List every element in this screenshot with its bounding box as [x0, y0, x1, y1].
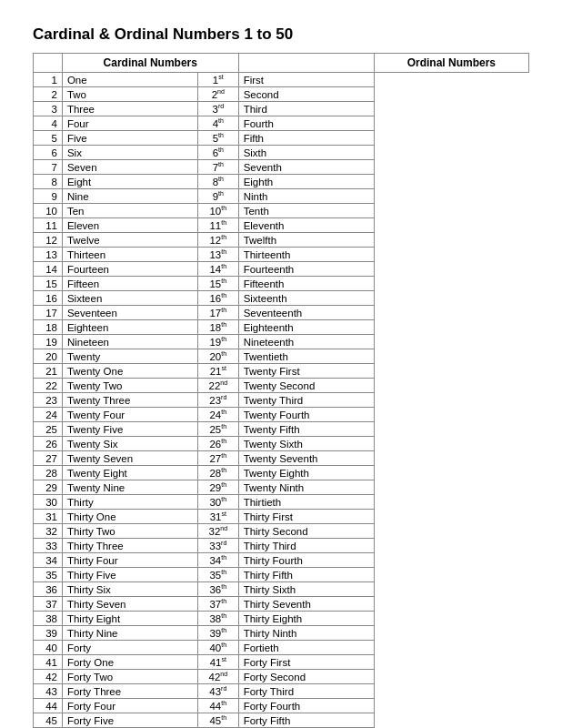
table-row: 40Forty40thFortieth	[34, 641, 529, 655]
numbers-table: Cardinal Numbers Ordinal Numbers 1One1st…	[33, 53, 529, 728]
row-number: 5	[34, 131, 63, 146]
table-row: 44Forty Four44thForty Fourth	[34, 699, 529, 713]
cardinal-word: Four	[62, 116, 197, 131]
cardinal-word: Forty Three	[62, 684, 197, 699]
ordinal-word: Seventh	[238, 160, 374, 175]
table-row: 23Twenty Three23rdTwenty Third	[34, 393, 529, 408]
ordinal-number: 30th	[197, 495, 238, 510]
ordinal-word: First	[238, 73, 374, 87]
ordinal-word: Third	[238, 102, 374, 116]
ordinal-word: Thirty Fifth	[238, 568, 374, 582]
ordinal-word: Ninth	[238, 189, 374, 204]
ordinal-word: Thirty Ninth	[238, 626, 374, 641]
page: Cardinal & Ordinal Numbers 1 to 50 Cardi…	[0, 0, 562, 728]
ordinal-word: Forty First	[238, 655, 374, 670]
table-row: 3Three3rdThird	[34, 102, 529, 116]
table-row: 18Eighteen18thEighteenth	[34, 320, 529, 335]
row-number: 3	[34, 102, 63, 116]
cardinal-word: Seven	[62, 160, 197, 175]
row-number: 15	[34, 277, 63, 291]
row-number: 26	[34, 437, 63, 451]
table-row: 20Twenty20thTwentieth	[34, 349, 529, 364]
ordinal-word: Forty Third	[238, 684, 374, 699]
row-number: 28	[34, 466, 63, 480]
row-number: 13	[34, 248, 63, 262]
ordinal-word: Thirty Sixth	[238, 582, 374, 597]
ordinal-word: Twentieth	[238, 349, 374, 364]
cardinal-word: Twenty Three	[62, 393, 197, 408]
row-number: 31	[34, 510, 63, 524]
ordinal-number: 2nd	[197, 87, 238, 102]
cardinal-word: Nine	[62, 189, 197, 204]
row-number: 2	[34, 87, 63, 102]
table-row: 41Forty One41stForty First	[34, 655, 529, 670]
ordinal-word: Forty Fifth	[238, 713, 374, 728]
table-row: 11Eleven11thEleventh	[34, 218, 529, 233]
row-number: 43	[34, 684, 63, 699]
ordinal-number: 4th	[197, 116, 238, 131]
cardinal-word: Thirty Six	[62, 582, 197, 597]
ordinal-word: Sixth	[238, 146, 374, 160]
ordinal-number: 8th	[197, 175, 238, 189]
ordinal-number: 12th	[197, 233, 238, 248]
ordinal-word: Twenty Fifth	[238, 422, 374, 437]
ordinal-word: Fifth	[238, 131, 374, 146]
table-row: 7Seven7thSeventh	[34, 160, 529, 175]
cardinal-word: Twelve	[62, 233, 197, 248]
table-row: 1One1stFirst	[34, 73, 529, 87]
ordinal-number: 10th	[197, 204, 238, 218]
table-row: 33Thirty Three33rdThirty Third	[34, 539, 529, 553]
ordinal-number: 32nd	[197, 524, 238, 539]
table-row: 21Twenty One21stTwenty First	[34, 364, 529, 379]
cardinal-word: Forty Four	[62, 699, 197, 713]
cardinal-word: Thirty Four	[62, 553, 197, 568]
ordinal-word: Twelfth	[238, 233, 374, 248]
ordinal-number: 6th	[197, 146, 238, 160]
ordinal-number: 23rd	[197, 393, 238, 408]
table-row: 45Forty Five45thForty Fifth	[34, 713, 529, 728]
row-number: 11	[34, 218, 63, 233]
cardinal-word: Twenty One	[62, 364, 197, 379]
row-number: 41	[34, 655, 63, 670]
cardinal-word: Eleven	[62, 218, 197, 233]
cardinal-word: Nineteen	[62, 335, 197, 349]
cardinal-word: Thirty	[62, 495, 197, 510]
cardinal-word: Five	[62, 131, 197, 146]
ordinal-word: Seventeenth	[238, 306, 374, 320]
table-row: 19Nineteen19thNineteenth	[34, 335, 529, 349]
row-number: 20	[34, 349, 63, 364]
header-ordnum	[238, 54, 374, 73]
table-row: 10Ten10thTenth	[34, 204, 529, 218]
table-row: 25Twenty Five25thTwenty Fifth	[34, 422, 529, 437]
ordinal-word: Thirty Fourth	[238, 553, 374, 568]
row-number: 9	[34, 189, 63, 204]
ordinal-word: Fourteenth	[238, 262, 374, 277]
ordinal-number: 1st	[197, 73, 238, 87]
table-row: 9Nine9thNinth	[34, 189, 529, 204]
cardinal-word: Two	[62, 87, 197, 102]
row-number: 37	[34, 597, 63, 612]
cardinal-word: Thirty Nine	[62, 626, 197, 641]
row-number: 45	[34, 713, 63, 728]
table-row: 31Thirty One31stThirty First	[34, 510, 529, 524]
cardinal-word: Thirty Eight	[62, 612, 197, 626]
ordinal-number: 37th	[197, 597, 238, 612]
ordinal-number: 27th	[197, 451, 238, 466]
cardinal-word: Twenty Seven	[62, 451, 197, 466]
row-number: 42	[34, 670, 63, 684]
row-number: 36	[34, 582, 63, 597]
table-row: 29Twenty Nine29thTwenty Ninth	[34, 480, 529, 495]
table-row: 27Twenty Seven27thTwenty Seventh	[34, 451, 529, 466]
table-row: 2Two2ndSecond	[34, 87, 529, 102]
ordinal-word: Forty Second	[238, 670, 374, 684]
ordinal-number: 17th	[197, 306, 238, 320]
table-row: 39Thirty Nine39thThirty Ninth	[34, 626, 529, 641]
table-row: 22Twenty Two22ndTwenty Second	[34, 379, 529, 393]
cardinal-word: Thirty Three	[62, 539, 197, 553]
cardinal-word: Fifteen	[62, 277, 197, 291]
row-number: 38	[34, 612, 63, 626]
table-row: 37Thirty Seven37thThirty Seventh	[34, 597, 529, 612]
cardinal-word: Twenty Nine	[62, 480, 197, 495]
ordinal-word: Thirty First	[238, 510, 374, 524]
table-row: 26Twenty Six26thTwenty Sixth	[34, 437, 529, 451]
